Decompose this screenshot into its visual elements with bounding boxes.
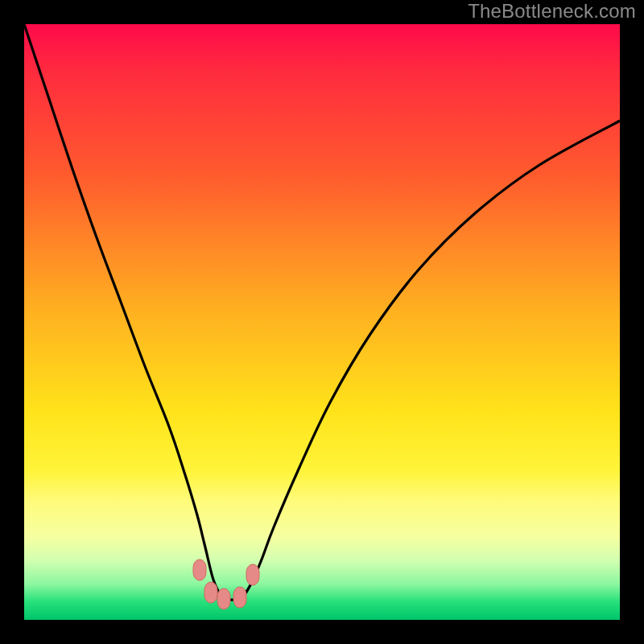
- marker: [204, 582, 217, 603]
- curve-markers: [193, 559, 259, 609]
- chart-canvas: TheBottleneck.com: [0, 0, 644, 644]
- plot-area: [24, 24, 620, 620]
- v-curve-path: [24, 24, 620, 600]
- watermark-text: TheBottleneck.com: [468, 0, 636, 23]
- marker: [217, 588, 230, 609]
- marker: [193, 559, 206, 580]
- curve-svg: [24, 24, 620, 620]
- marker: [246, 564, 259, 585]
- marker: [233, 587, 246, 608]
